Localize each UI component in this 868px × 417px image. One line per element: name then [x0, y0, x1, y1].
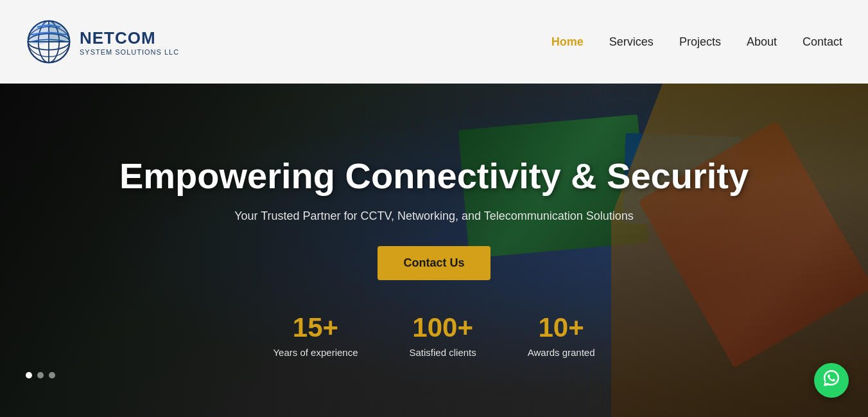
stat-experience-label: Years of experience [273, 347, 358, 358]
hero-content: Empowering Connectivity & Security Your … [0, 84, 868, 417]
whatsapp-icon [822, 369, 841, 393]
stat-experience: 15+ Years of experience [273, 312, 358, 358]
dot-1[interactable] [26, 372, 32, 378]
dot-3[interactable] [49, 372, 55, 378]
stat-clients: 100+ Satisfied clients [410, 312, 476, 358]
logo-globe-icon [26, 19, 72, 65]
stat-awards: 10+ Awards granted [528, 312, 595, 358]
dot-2[interactable] [37, 372, 44, 378]
stat-awards-number: 10+ [539, 312, 584, 343]
stat-awards-label: Awards granted [528, 347, 595, 358]
nav-contact[interactable]: Contact [803, 35, 842, 49]
nav-projects[interactable]: Projects [679, 35, 721, 49]
logo-company-name: NETCOM [80, 28, 179, 48]
stat-clients-label: Satisfied clients [410, 347, 476, 358]
stat-experience-number: 15+ [293, 312, 338, 343]
contact-us-button[interactable]: Contact Us [378, 246, 490, 280]
stat-clients-number: 100+ [412, 312, 473, 343]
nav-home[interactable]: Home [551, 35, 584, 49]
main-nav: Home Services Projects About Contact [551, 35, 842, 49]
header: NETCOM SYSTEM SOLUTIONS LLC Home Service… [0, 0, 868, 84]
hero-subtitle: Your Trusted Partner for CCTV, Networkin… [234, 209, 634, 223]
logo-text: NETCOM SYSTEM SOLUTIONS LLC [80, 28, 179, 56]
nav-services[interactable]: Services [609, 35, 654, 49]
hero-title: Empowering Connectivity & Security [119, 155, 749, 197]
pagination-dots [26, 372, 55, 378]
hero-section: Empowering Connectivity & Security Your … [0, 84, 868, 417]
whatsapp-button[interactable] [814, 363, 849, 398]
logo[interactable]: NETCOM SYSTEM SOLUTIONS LLC [26, 19, 179, 65]
stats-row: 15+ Years of experience 100+ Satisfied c… [273, 312, 595, 358]
nav-about[interactable]: About [747, 35, 777, 49]
logo-subtitle: SYSTEM SOLUTIONS LLC [80, 48, 179, 56]
